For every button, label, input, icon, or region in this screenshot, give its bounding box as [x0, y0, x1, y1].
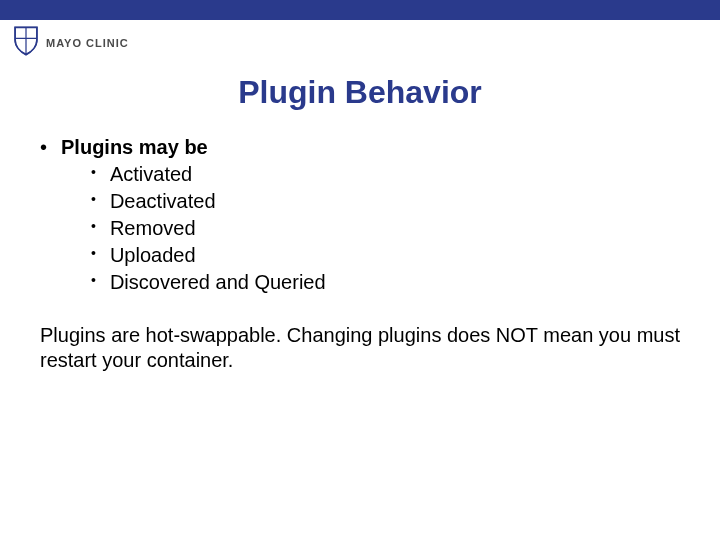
slide-title: Plugin Behavior	[0, 74, 720, 111]
bullet-level2-item: • Activated	[61, 162, 680, 187]
bullet-dot-icon: •	[91, 216, 96, 241]
bullet-dot-icon: •	[91, 189, 96, 214]
bullet-level2-item: • Removed	[61, 216, 680, 241]
bullet-level1: • Plugins may be • Activated • Deactivat…	[40, 135, 680, 295]
bullet-level2-text: Discovered and Queried	[110, 270, 326, 295]
bullet-level2-item: • Deactivated	[61, 189, 680, 214]
body-paragraph: Plugins are hot-swappable. Changing plug…	[40, 323, 680, 373]
slide-content: • Plugins may be • Activated • Deactivat…	[0, 111, 720, 373]
bullet-level2-item: • Discovered and Queried	[61, 270, 680, 295]
bullet-level2-text: Removed	[110, 216, 196, 241]
brand-name: MAYO CLINIC	[46, 37, 129, 49]
bullet-dot-icon: •	[91, 270, 96, 295]
bullet-level2-text: Deactivated	[110, 189, 216, 214]
bullet-level1-text: Plugins may be	[61, 135, 680, 160]
bullet-level2-text: Activated	[110, 162, 192, 187]
bullet-dot-icon: •	[40, 135, 47, 295]
logo-row: MAYO CLINIC	[0, 20, 720, 60]
bullet-dot-icon: •	[91, 243, 96, 268]
bullet-dot-icon: •	[91, 162, 96, 187]
bullet-level2-item: • Uploaded	[61, 243, 680, 268]
slide: MAYO CLINIC Plugin Behavior • Plugins ma…	[0, 0, 720, 540]
shield-icon	[12, 26, 40, 60]
top-accent-bar	[0, 0, 720, 20]
bullet-level2-text: Uploaded	[110, 243, 196, 268]
